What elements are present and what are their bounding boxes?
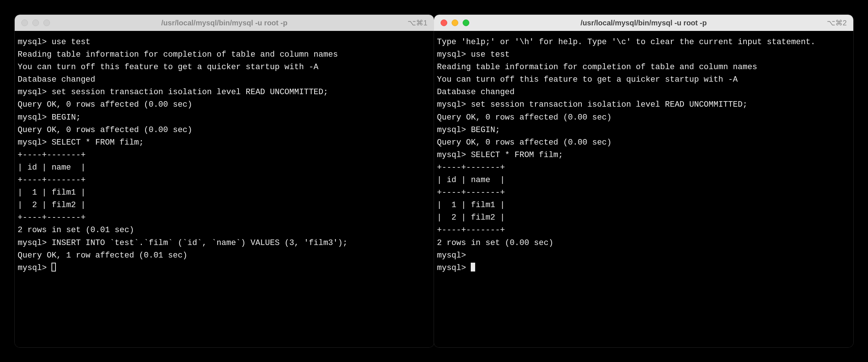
minimize-icon[interactable]	[452, 19, 458, 26]
cursor-hollow-icon	[51, 263, 56, 272]
terminal-line: mysql> SELECT * FROM film;	[437, 149, 850, 162]
window-title-1: /usr/local/mysql/bin/mysql -u root -p	[15, 19, 434, 27]
cursor-block-icon	[471, 263, 475, 272]
window-shortcut-1: ⌥⌘1	[408, 18, 427, 27]
terminal-line: 2 rows in set (0.01 sec)	[18, 224, 431, 237]
terminal-line: +----+-------+	[437, 162, 850, 174]
terminal-line: Reading table information for completion…	[437, 61, 850, 74]
terminal-line: mysql>	[437, 249, 850, 262]
terminal-line: mysql>	[437, 262, 850, 274]
terminal-body-1[interactable]: mysql> use testReading table information…	[15, 31, 434, 347]
terminal-line: +----+-------+	[18, 174, 431, 187]
terminal-line: Query OK, 0 rows affected (0.00 sec)	[18, 99, 431, 111]
terminal-line: +----+-------+	[18, 149, 431, 162]
terminal-line: | id | name |	[18, 162, 431, 174]
terminal-line: 2 rows in set (0.00 sec)	[437, 237, 850, 249]
terminal-window-2[interactable]: /usr/local/mysql/bin/mysql -u root -p ⌥⌘…	[434, 15, 853, 347]
terminal-line: +----+-------+	[437, 187, 850, 199]
terminal-line: mysql> INSERT INTO `test`.`film` (`id`, …	[18, 237, 431, 249]
traffic-lights-2	[441, 19, 469, 26]
terminal-line: mysql> use test	[18, 36, 431, 49]
terminal-line: Database changed	[437, 86, 850, 99]
terminal-body-2[interactable]: Type 'help;' or '\h' for help. Type '\c'…	[434, 31, 853, 347]
terminal-line: Type 'help;' or '\h' for help. Type '\c'…	[437, 36, 850, 49]
terminal-window-1[interactable]: /usr/local/mysql/bin/mysql -u root -p ⌥⌘…	[15, 15, 434, 347]
terminal-line: +----+-------+	[437, 224, 850, 237]
terminal-line: mysql> set session transaction isolation…	[437, 99, 850, 111]
terminal-line: Query OK, 0 rows affected (0.00 sec)	[437, 111, 850, 124]
terminal-line: Database changed	[18, 74, 431, 86]
traffic-lights-1	[21, 19, 50, 26]
terminal-line: mysql> SELECT * FROM film;	[18, 136, 431, 149]
terminal-line: You can turn off this feature to get a q…	[18, 61, 431, 74]
terminal-line: mysql>	[18, 262, 431, 274]
terminal-line: | id | name |	[437, 174, 850, 187]
terminal-line: You can turn off this feature to get a q…	[437, 74, 850, 86]
terminal-line: Query OK, 0 rows affected (0.00 sec)	[18, 124, 431, 136]
terminal-line: | 2 | film2 |	[437, 212, 850, 224]
close-icon[interactable]	[441, 19, 447, 26]
maximize-icon[interactable]	[463, 19, 469, 26]
terminal-line: mysql> BEGIN;	[437, 124, 850, 136]
terminal-line: | 1 | film1 |	[18, 187, 431, 199]
maximize-icon[interactable]	[43, 19, 50, 26]
terminal-line: | 1 | film1 |	[437, 199, 850, 212]
terminal-line: Query OK, 0 rows affected (0.00 sec)	[437, 136, 850, 149]
terminal-line: mysql> use test	[437, 49, 850, 61]
window-title-2: /usr/local/mysql/bin/mysql -u root -p	[434, 19, 853, 27]
minimize-icon[interactable]	[32, 19, 39, 26]
terminal-line: mysql> set session transaction isolation…	[18, 86, 431, 99]
terminal-line: +----+-------+	[18, 212, 431, 224]
desktop: /usr/local/mysql/bin/mysql -u root -p ⌥⌘…	[0, 0, 868, 362]
terminal-line: mysql> BEGIN;	[18, 111, 431, 124]
title-bar-2[interactable]: /usr/local/mysql/bin/mysql -u root -p ⌥⌘…	[434, 15, 853, 31]
terminal-line: Query OK, 1 row affected (0.01 sec)	[18, 249, 431, 262]
title-bar-1[interactable]: /usr/local/mysql/bin/mysql -u root -p ⌥⌘…	[15, 15, 434, 31]
window-shortcut-2: ⌥⌘2	[827, 18, 847, 27]
close-icon[interactable]	[21, 19, 28, 26]
terminal-line: | 2 | film2 |	[18, 199, 431, 212]
terminal-line: Reading table information for completion…	[18, 49, 431, 61]
